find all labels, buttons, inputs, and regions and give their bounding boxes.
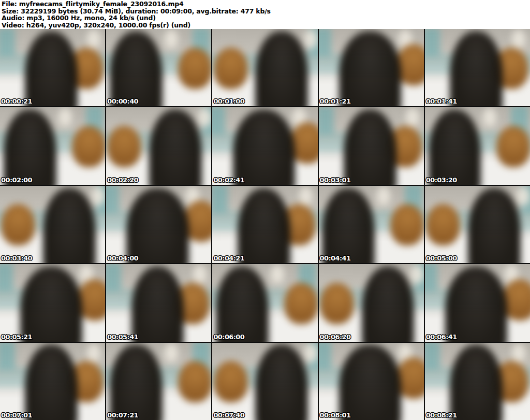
video-thumbnail: 00:06:41 [425,264,530,341]
blurred-frame-layer [319,29,424,106]
video-thumbnail: 00:05:00 [425,186,530,263]
blurred-frame-layer [0,343,105,420]
video-thumbnail: 00:03:20 [425,107,530,184]
teddy-bear-shape [320,283,354,324]
video-info-line: Video: h264, yuv420p, 320x240, 1000.00 f… [2,22,528,29]
thumbnail-image-placeholder [106,343,211,420]
video-thumbnail: 00:06:20 [319,264,424,341]
lamp-shape [165,30,178,49]
thumbnail-image-placeholder [319,264,424,341]
figure-silhouette-shape [216,266,269,342]
thumbnail-image-placeholder [212,343,317,420]
figure-silhouette-shape [362,266,415,342]
shelf-shape [0,29,15,55]
blurred-frame-layer [0,107,105,184]
timestamp-overlay: 00:07:21 [107,411,138,419]
thumbnail-image-placeholder [0,107,105,184]
video-thumbnail: 00:00:40 [106,29,211,106]
figure-silhouette-shape [4,109,56,185]
figure-silhouette-shape [255,31,308,107]
thumbnail-image-placeholder [212,29,317,106]
teddy-bear-shape [178,48,212,89]
metadata-header: File: myfreecams_flirtymiky_female_23092… [0,0,530,29]
figure-silhouette-shape [126,188,188,264]
video-thumbnail: 00:01:41 [425,29,530,106]
video-thumbnail: 00:02:00 [0,107,105,184]
lamp-shape [87,30,100,49]
teddy-bear-shape [284,283,318,324]
thumbnail-image-placeholder [106,186,211,263]
blurred-frame-layer [319,264,424,341]
teddy-bear-shape [214,361,248,402]
video-thumbnail: 00:05:21 [0,264,105,341]
lamp-shape [512,30,525,49]
blurred-frame-layer [0,186,105,263]
lamp-shape [198,108,212,127]
figure-silhouette-shape [339,344,401,420]
blurred-frame-layer [319,186,424,263]
thumbnail-image-placeholder [0,343,105,420]
video-thumbnail: 00:02:20 [106,107,211,184]
teddy-bear-shape [72,126,106,167]
timestamp-overlay: 00:06:00 [213,333,244,341]
timestamp-overlay: 00:03:40 [1,254,32,262]
lamp-shape [406,108,419,127]
thumbnail-image-placeholder [0,29,105,106]
timestamp-overlay: 00:07:40 [213,411,244,419]
video-thumbnail: 00:05:41 [106,264,211,341]
timestamp-overlay: 00:05:41 [107,333,138,341]
figure-silhouette-shape [149,109,202,185]
blurred-frame-layer [0,264,105,341]
size-info-line: Size: 32229199 bytes (30.74 MiB), durati… [2,8,528,15]
timestamp-overlay: 00:08:21 [426,411,457,419]
figure-silhouette-shape [344,109,396,185]
blurred-frame-layer [212,107,317,184]
thumbnail-image-placeholder [106,264,211,341]
blurred-frame-layer [425,264,530,341]
timestamp-overlay: 00:01:21 [320,97,351,105]
figure-silhouette-shape [450,344,503,420]
shelf-shape [319,107,334,133]
timestamp-overlay: 00:05:21 [1,333,32,341]
thumbnail-image-placeholder [212,186,317,263]
thumbnail-image-placeholder [0,186,105,263]
shelf-shape [212,186,227,212]
video-thumbnail: 00:01:21 [319,29,424,106]
figure-silhouette-shape [339,31,401,107]
video-thumbnail: 00:07:01 [0,343,105,420]
video-thumbnail: 00:04:41 [319,186,424,263]
blurred-frame-layer [425,29,530,106]
audio-info-line: Audio: mp3, 16000 Hz, mono, 24 kb/s (und… [2,15,528,22]
video-thumbnail: 00:04:00 [106,186,211,263]
timestamp-overlay: 00:00:21 [1,97,32,105]
blurred-frame-layer [212,264,317,341]
shelf-shape [425,29,440,55]
thumbnail-image-placeholder [0,264,105,341]
thumbnail-image-placeholder [425,107,530,184]
video-thumbnail: 00:08:01 [319,343,424,420]
video-thumbnail: 00:01:00 [212,29,317,106]
timestamp-overlay: 00:00:40 [107,97,138,105]
shelf-shape [212,107,225,133]
video-thumbnail: 00:04:21 [212,186,317,263]
teddy-bear-shape [214,48,248,89]
figure-silhouette-shape [445,266,507,342]
lamp-shape [512,344,525,363]
blurred-frame-layer [425,186,530,263]
lamp-shape [517,187,530,206]
lamp-shape [483,108,496,127]
lamp-shape [377,187,390,206]
figure-silhouette-shape [255,344,308,420]
thumbnail-image-placeholder [425,186,530,263]
figure-silhouette-shape [429,109,481,185]
thumbnail-image-placeholder [212,264,317,341]
blurred-frame-layer [212,343,317,420]
timestamp-overlay: 00:02:00 [1,176,32,184]
thumbnail-image-placeholder [319,107,424,184]
figure-silhouette-shape [233,109,295,185]
file-info-line: File: myfreecams_flirtymiky_female_23092… [2,1,528,8]
shelf-shape [106,264,121,290]
timestamp-overlay: 00:04:00 [107,254,138,262]
thumbnail-image-placeholder [319,343,424,420]
teddy-bear-shape [496,126,530,167]
